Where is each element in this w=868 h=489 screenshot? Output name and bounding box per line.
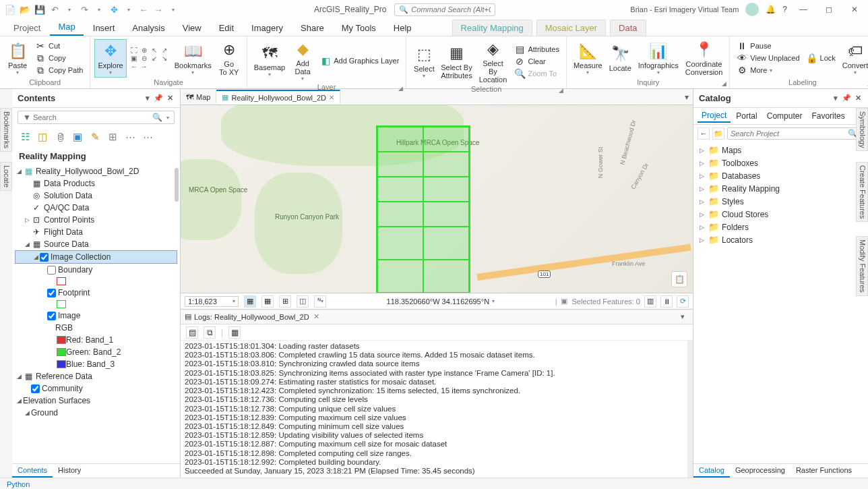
tree-reference[interactable]: ◢▦Reference Data <box>15 370 177 382</box>
catalog-item[interactable]: ▷📁Cloud Stores <box>698 208 864 221</box>
contents-search-input[interactable] <box>33 113 150 121</box>
catalog-item[interactable]: ▷📁Toolboxes <box>698 156 864 169</box>
help-icon[interactable]: ? <box>782 5 787 14</box>
catalog-tab-favorites[interactable]: Favorites <box>807 110 848 122</box>
list-selection-icon[interactable]: ▣ <box>70 130 85 144</box>
cut-button[interactable]: ✂Cut <box>32 40 86 52</box>
tree-boundary-swatch[interactable] <box>15 276 177 287</box>
minimize-button[interactable]: — <box>794 3 813 16</box>
new-project-icon[interactable]: 📄 <box>4 3 16 16</box>
logs-close-icon[interactable]: ✕ <box>313 312 319 321</box>
save-project-icon[interactable]: 💾 <box>34 3 46 16</box>
map-tab-reality[interactable]: ▦Reality_Hollywood_Bowl_2D✕ <box>216 90 340 104</box>
catalog-home-icon[interactable]: 📁 <box>712 127 724 140</box>
bottom-tab-catalog[interactable]: Catalog <box>693 464 730 478</box>
goto-xy-button[interactable]: ⊕Go To XY <box>216 38 243 78</box>
map-tabs-options-icon[interactable]: ▾ <box>681 92 693 102</box>
tree-flight-data[interactable]: ✈Flight Data <box>15 226 177 238</box>
contents-search[interactable]: ▼ 🔍 ▾ <box>18 111 175 124</box>
add-data-button[interactable]: ◆Add Data▾ <box>289 38 316 83</box>
community-checkbox[interactable] <box>31 384 40 393</box>
selection-dialog-launcher-icon[interactable]: ◢ <box>559 87 563 94</box>
basemap-button[interactable]: 🗺Basemap▾ <box>251 42 288 79</box>
grid-icon[interactable]: ◫ <box>297 295 309 308</box>
tab-contents[interactable]: Contents <box>12 464 53 478</box>
copy-button[interactable]: ⧉Copy <box>32 52 86 64</box>
rail-modify-features[interactable]: Modify Features <box>856 236 868 296</box>
command-search-input[interactable] <box>411 5 491 13</box>
catalog-search[interactable]: 🔍 ▾ <box>727 127 864 140</box>
constraint-1-icon[interactable]: ▦ <box>244 295 256 308</box>
list-snapping-icon[interactable]: ⊞ <box>105 130 120 144</box>
filter-icon[interactable]: ▼ <box>21 113 33 122</box>
more-labeling-button[interactable]: ⚙More▾ <box>734 64 802 76</box>
tab-help[interactable]: Help <box>385 20 420 36</box>
coords-dropdown-icon[interactable]: ▾ <box>492 298 495 304</box>
measure-button[interactable]: 📐Measure▾ <box>571 40 605 77</box>
catalog-close-icon[interactable]: ✕ <box>854 94 863 103</box>
map-view[interactable]: MRCA Open Space Runyon Canyon Park Hillp… <box>181 105 693 293</box>
map-tab-map[interactable]: 🗺Map <box>181 91 216 103</box>
panel-close-icon[interactable]: ✕ <box>166 94 175 103</box>
logs-tool-1-icon[interactable]: ▤ <box>186 326 198 339</box>
panel-options-icon[interactable]: ▾ <box>144 94 151 103</box>
catalog-pin-icon[interactable]: 📌 <box>840 94 852 103</box>
list-more-icon[interactable]: ⋯ <box>140 130 155 144</box>
catalog-item[interactable]: ▷📁Locators <box>698 233 864 246</box>
chevron-right-icon[interactable]: ▷ <box>698 198 706 205</box>
logs-scrollbar[interactable] <box>687 341 693 478</box>
scale-input[interactable]: 1:18,623▾ <box>185 296 239 307</box>
bookmarks-button[interactable]: 📖Bookmarks▾ <box>172 40 214 77</box>
tree-source-data[interactable]: ◢▦Source Data <box>15 238 177 250</box>
tab-share[interactable]: Share <box>292 20 332 36</box>
chevron-right-icon[interactable]: ▷ <box>698 185 706 192</box>
image-checkbox[interactable] <box>47 312 56 320</box>
add-graphics-layer-button[interactable]: ◧Add Graphics Layer <box>317 55 402 67</box>
corrections-icon[interactable]: ᴺ▾ <box>314 295 326 308</box>
clear-selection-button[interactable]: ⊘Clear <box>512 55 561 67</box>
tree-image-collection[interactable]: ◢Image Collection <box>15 250 177 264</box>
chevron-right-icon[interactable]: ▷ <box>698 224 706 231</box>
forward-icon[interactable]: → <box>152 3 164 16</box>
tree-data-products[interactable]: ▦Data Products <box>15 177 177 190</box>
maximize-button[interactable]: ◻ <box>819 3 838 16</box>
chevron-right-icon[interactable]: ▷ <box>698 147 706 154</box>
python-button[interactable]: Python <box>7 480 30 488</box>
close-tab-icon[interactable]: ✕ <box>329 94 334 101</box>
tab-data[interactable]: Data <box>610 20 646 36</box>
undo-dropdown-icon[interactable]: ▾ <box>63 3 75 16</box>
tab-history[interactable]: History <box>53 464 86 478</box>
tab-mosaic-layer[interactable]: Mosaic Layer <box>536 20 606 36</box>
catalog-item[interactable]: ▷📁Maps <box>698 144 864 156</box>
tree-boundary[interactable]: Boundary <box>15 264 177 276</box>
undo-icon[interactable]: ↶ <box>49 3 61 16</box>
selection-options-icon[interactable]: ▥ <box>644 295 656 308</box>
paste-button[interactable]: 📋Paste▾ <box>4 40 31 77</box>
select-by-location-button[interactable]: ◈Select By Location <box>475 38 510 85</box>
panel-pin-icon[interactable]: 📌 <box>152 94 164 103</box>
tab-analysis[interactable]: Analysis <box>124 20 173 36</box>
user-avatar[interactable] <box>745 3 759 16</box>
rail-symbology[interactable]: Symbology <box>856 108 868 151</box>
close-button[interactable]: ✕ <box>845 3 864 16</box>
snapping-icon[interactable]: ⊞ <box>279 295 291 308</box>
copy-path-button[interactable]: ⧉Copy Path <box>32 64 86 76</box>
logs-options-icon[interactable]: ▾ <box>677 312 689 321</box>
coord-conversion-button[interactable]: 📍Coordinate Conversion <box>683 38 726 78</box>
tree-community[interactable]: Community <box>15 382 177 395</box>
refresh-icon[interactable]: ⟳ <box>677 295 689 308</box>
tab-view[interactable]: View <box>175 20 210 36</box>
tab-project[interactable]: Project <box>5 20 49 36</box>
tree-elevation[interactable]: ◢Elevation Surfaces <box>15 395 177 407</box>
tree-root[interactable]: ◢▦Reality_Hollywood_Bowl_2D <box>15 165 177 177</box>
tree-control-points[interactable]: ▷⊡Control Points <box>15 214 177 226</box>
tree-ground[interactable]: ◢Ground <box>15 407 177 419</box>
explore-tool-icon[interactable]: ✥ <box>108 3 120 16</box>
logs-tool-3-icon[interactable]: ▦ <box>228 326 241 339</box>
user-name[interactable]: Brian - Esri Imagery Virtual Team <box>630 5 739 13</box>
infographics-button[interactable]: 📊Infographics▾ <box>636 40 681 77</box>
catalog-item[interactable]: ▷📁Reality Mapping <box>698 182 864 195</box>
rail-locate[interactable]: Locate <box>0 162 12 191</box>
tree-footprint-swatch[interactable] <box>15 299 177 310</box>
open-project-icon[interactable]: 📂 <box>19 3 31 16</box>
